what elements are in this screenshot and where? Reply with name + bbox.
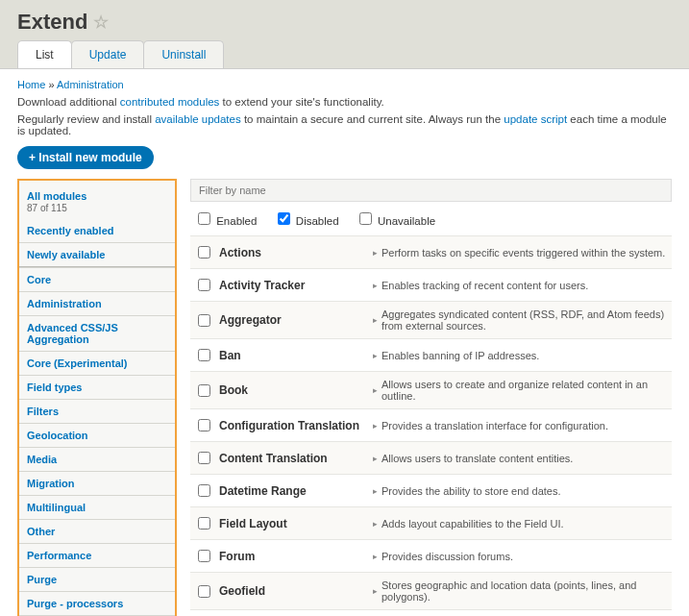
status-filter-row: Enabled Disabled Unavailable <box>190 202 672 235</box>
update-script-link[interactable]: update script <box>504 113 567 125</box>
module-name: Book <box>219 383 363 397</box>
chevron-right-icon[interactable]: ▸ <box>373 248 378 258</box>
module-description: ▸Adds layout capabilities to the Field U… <box>373 518 668 530</box>
module-checkbox[interactable] <box>198 585 210 598</box>
sidebar-item[interactable]: Migration <box>19 471 175 495</box>
sidebar-item[interactable]: Geolocation <box>19 423 175 447</box>
module-row: Aggregator▸Aggregates syndicated content… <box>190 301 672 338</box>
sidebar-item[interactable]: Advanced CSS/JS Aggregation <box>19 315 175 351</box>
module-row: Testing▸Provides a framework for unit an… <box>190 609 672 616</box>
sidebar-item[interactable]: Newly available <box>19 242 175 266</box>
chevron-right-icon[interactable]: ▸ <box>373 385 378 395</box>
status-enabled[interactable]: Enabled <box>194 215 257 227</box>
sidebar-item[interactable]: Other <box>19 519 175 543</box>
module-description: ▸Provides the ability to store end dates… <box>373 485 668 497</box>
module-description: ▸Enables tracking of recent content for … <box>373 280 668 291</box>
sidebar-item[interactable]: Performance <box>19 543 175 567</box>
module-row: Actions▸Perform tasks on specific events… <box>190 235 672 268</box>
module-row: Ban▸Enables banning of IP addresses. <box>190 338 672 371</box>
module-checkbox[interactable] <box>198 419 210 431</box>
module-description: ▸Allows users to create and organize rel… <box>373 379 668 402</box>
sidebar-all-label: All modules <box>27 190 167 202</box>
module-checkbox[interactable] <box>198 517 210 530</box>
sidebar-item[interactable]: Purge - processors <box>19 591 175 615</box>
contributed-modules-link[interactable]: contributed modules <box>120 96 220 108</box>
module-name: Aggregator <box>219 313 363 327</box>
tab-uninstall[interactable]: Uninstall <box>143 40 224 68</box>
sidebar-item[interactable]: Core <box>19 267 175 291</box>
module-name: Geofield <box>219 584 363 598</box>
chevron-right-icon[interactable]: ▸ <box>373 586 378 596</box>
page-title-text: Extend <box>17 10 87 35</box>
install-new-module-button[interactable]: + Install new module <box>17 146 154 169</box>
module-row: Field Layout▸Adds layout capabilities to… <box>190 506 672 539</box>
page-title: Extend ☆ <box>17 10 672 35</box>
breadcrumb: Home » Administration <box>17 79 672 90</box>
sidebar-item[interactable]: Field types <box>19 375 175 399</box>
module-checkbox[interactable] <box>198 484 210 497</box>
sidebar-item[interactable]: Media <box>19 447 175 471</box>
module-name: Actions <box>219 246 363 259</box>
help-text-2: Regularly review and install available u… <box>17 113 672 136</box>
sidebar-item[interactable]: Purge <box>19 567 175 591</box>
breadcrumb-home[interactable]: Home <box>17 79 45 90</box>
primary-tabs: List Update Uninstall <box>17 40 672 68</box>
filter-row <box>190 179 672 202</box>
chevron-right-icon[interactable]: ▸ <box>373 454 378 463</box>
module-row: Configuration Translation▸Provides a tra… <box>190 408 672 441</box>
module-description: ▸Perform tasks on specific events trigge… <box>373 247 668 259</box>
module-list-panel: Enabled Disabled Unavailable Actions▸Per… <box>190 179 672 616</box>
module-name: Configuration Translation <box>219 419 363 432</box>
module-checkbox[interactable] <box>198 314 210 327</box>
module-description: ▸Allows users to translate content entit… <box>373 453 668 464</box>
module-name: Forum <box>219 550 363 563</box>
sidebar-item[interactable]: Core (Experimental) <box>19 351 175 375</box>
module-checkbox[interactable] <box>198 452 210 464</box>
favorite-star-icon[interactable]: ☆ <box>93 12 109 33</box>
sidebar-item[interactable]: Administration <box>19 291 175 315</box>
module-row: Forum▸Provides discussion forums. <box>190 539 672 572</box>
module-description: ▸Provides a translation interface for co… <box>373 420 668 431</box>
module-row: Datetime Range▸Provides the ability to s… <box>190 474 672 506</box>
module-row: Activity Tracker▸Enables tracking of rec… <box>190 268 672 301</box>
module-name: Activity Tracker <box>219 279 363 292</box>
tab-update[interactable]: Update <box>71 40 145 68</box>
breadcrumb-admin[interactable]: Administration <box>57 79 124 90</box>
module-checkbox[interactable] <box>198 279 210 291</box>
sidebar-item-all[interactable]: All modules 87 of 115 <box>19 185 175 219</box>
chevron-right-icon[interactable]: ▸ <box>373 351 378 360</box>
status-unavailable[interactable]: Unavailable <box>356 215 435 227</box>
sidebar-item[interactable]: Multilingual <box>19 495 175 519</box>
module-name: Datetime Range <box>219 484 363 498</box>
chevron-right-icon[interactable]: ▸ <box>373 486 378 496</box>
module-name: Content Translation <box>219 452 363 465</box>
chevron-right-icon[interactable]: ▸ <box>373 421 378 431</box>
enabled-checkbox[interactable] <box>198 212 210 225</box>
module-description: ▸Aggregates syndicated content (RSS, RDF… <box>373 308 668 332</box>
module-name: Ban <box>219 349 363 362</box>
module-description: ▸Stores geographic and location data (po… <box>373 579 668 603</box>
unavailable-checkbox[interactable] <box>359 212 372 225</box>
module-checkbox[interactable] <box>198 384 210 397</box>
tab-list[interactable]: List <box>17 40 72 68</box>
chevron-right-icon[interactable]: ▸ <box>373 281 378 290</box>
disabled-checkbox[interactable] <box>278 212 290 225</box>
filter-input[interactable] <box>197 184 665 197</box>
chevron-right-icon[interactable]: ▸ <box>373 519 378 529</box>
module-checkbox[interactable] <box>198 246 210 259</box>
category-sidebar: All modules 87 of 115 Recently enabledNe… <box>17 179 177 616</box>
module-description: ▸Provides discussion forums. <box>373 551 668 562</box>
help-text-1: Download additional contributed modules … <box>17 96 672 108</box>
sidebar-item[interactable]: Recently enabled <box>19 219 175 242</box>
module-name: Field Layout <box>219 517 363 530</box>
module-row: Geofield▸Stores geographic and location … <box>190 572 672 609</box>
chevron-right-icon[interactable]: ▸ <box>373 315 378 325</box>
available-updates-link[interactable]: available updates <box>155 113 241 125</box>
module-checkbox[interactable] <box>198 550 210 562</box>
chevron-right-icon[interactable]: ▸ <box>373 552 378 561</box>
module-checkbox[interactable] <box>198 349 210 361</box>
status-disabled[interactable]: Disabled <box>274 215 339 227</box>
module-row: Content Translation▸Allows users to tran… <box>190 441 672 474</box>
module-description: ▸Enables banning of IP addresses. <box>373 350 668 361</box>
sidebar-item[interactable]: Filters <box>19 399 175 423</box>
